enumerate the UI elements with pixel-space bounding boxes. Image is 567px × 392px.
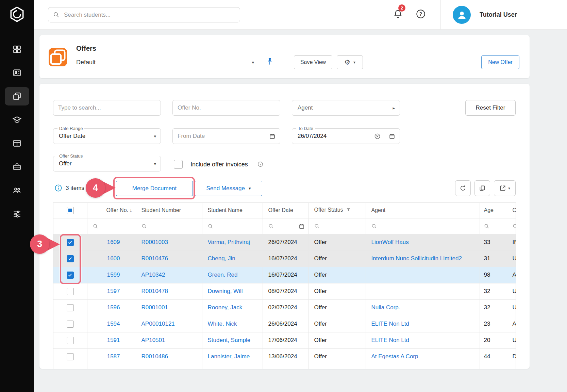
agent-link[interactable]: LionWolf Haus [371,239,409,245]
date-range-select[interactable]: Date Range Offer Date ▾ [53,128,161,144]
table-row[interactable]: 1597 R0010478 Downing, Will 08/07/2024 O… [53,283,516,299]
agent-link[interactable]: ELITE Non Ltd [371,337,410,343]
student-name-link[interactable]: Rooney, Jack [208,304,243,311]
sidebar-item-settings[interactable] [5,205,29,223]
send-message-button[interactable]: Send Message ▾ [195,181,262,196]
offer-no-field[interactable] [172,100,280,116]
offer-no-link[interactable]: 1596 [107,304,120,311]
offer-no-link[interactable]: 1599 [107,272,120,278]
filter-funnel-icon[interactable] [346,207,351,214]
offer-no-link[interactable]: 1609 [107,239,120,245]
table-row[interactable]: 1594 AP00010121 White, Nick 26/06/2024 O… [53,316,516,332]
offer-no-link[interactable]: 1591 [107,337,120,343]
user-name[interactable]: Tutorial User [480,0,517,30]
row-checkbox[interactable] [67,353,74,360]
refresh-button[interactable] [455,180,471,196]
student-number-link[interactable]: R0001003 [141,239,168,245]
app-logo-icon[interactable] [9,6,26,23]
reset-filter-button[interactable]: Reset Filter [465,100,516,116]
offer-no-link[interactable]: 1587 [107,353,120,360]
table-row[interactable]: 1587 R0010486 Lannister, Jaime 13/06/202… [53,348,516,365]
help-button[interactable]: ? [416,9,426,19]
grid-search-field[interactable] [53,100,161,116]
offer-no-link[interactable]: 1594 [107,321,120,327]
table-row[interactable]: 1596 R0001001 Rooney, Jack 02/07/2024 Of… [53,299,516,316]
student-number-link[interactable]: R0010476 [141,255,168,262]
student-number-link[interactable]: R0001001 [141,304,168,311]
row-checkbox[interactable] [67,321,74,328]
from-date-input[interactable] [173,129,280,144]
grid-search-input[interactable] [53,100,161,115]
row-checkbox[interactable] [67,304,74,311]
calendar-icon[interactable] [299,223,305,229]
student-number-link[interactable]: R0010478 [141,288,168,294]
student-name-link[interactable]: Lannister, Jaime [208,353,250,360]
export-button[interactable]: ▾ [494,180,516,196]
offer-no-link[interactable]: 1597 [107,288,120,294]
agent-link[interactable]: Interdum Nunc Sollicitudin Limited2 [371,255,462,262]
sidebar-item-services[interactable] [5,158,29,176]
column-chooser-button[interactable] [474,180,490,196]
include-invoices-checkbox[interactable] [174,160,183,169]
sidebar-item-boards[interactable] [5,134,29,152]
calendar-icon[interactable] [389,133,395,140]
filter-student-number[interactable] [136,224,202,229]
student-number-link[interactable]: AP10342 [141,272,165,278]
to-date-field[interactable]: To Date 26/07/2024 [292,128,400,144]
view-select[interactable]: Default ▾ [72,55,257,70]
col-header-student-name[interactable]: Student Name [202,203,263,218]
offer-status-select[interactable]: Offer Status Offer ▾ [53,156,161,172]
col-header-offer-date[interactable]: Offer Date [263,203,308,218]
student-number-link[interactable]: R0010486 [141,353,168,360]
filter-offer-date[interactable] [263,223,308,229]
sidebar-item-dashboard[interactable] [5,40,29,59]
student-search[interactable] [48,7,240,22]
from-date-field[interactable] [172,128,280,144]
pin-view-button[interactable] [265,57,274,66]
student-name-link[interactable]: Cheng, Jin [208,255,235,262]
filter-clipped[interactable] [507,224,516,229]
row-checkbox[interactable] [67,337,74,344]
table-row[interactable]: 1600 R0010476 Cheng, Jin 16/07/2024 Offe… [53,250,516,267]
filter-age[interactable] [480,224,507,229]
search-input[interactable] [63,11,240,19]
calendar-icon[interactable] [269,133,276,140]
col-header-age[interactable]: Age [480,203,507,218]
col-header-agent[interactable]: Agent [366,203,480,218]
sidebar-item-agents[interactable] [5,181,29,199]
filter-offer-no[interactable] [87,224,136,229]
student-name-link[interactable]: Varma, Prithviraj [208,239,250,245]
table-row[interactable]: 1599 AP10342 Green, Red 16/07/2024 Offer… [53,267,516,283]
filter-student-name[interactable] [202,224,263,229]
col-header-offer-status[interactable]: Offer Status [308,203,366,218]
student-number-link[interactable]: AP10501 [141,337,165,343]
row-checkbox[interactable] [67,288,74,295]
filter-agent[interactable] [366,224,480,229]
agent-link[interactable]: ELITE Non Ltd [371,321,410,327]
student-name-link[interactable]: Green, Red [208,272,238,278]
agent-link[interactable]: Nulla Corp. [371,304,400,311]
col-header-offer-no[interactable]: Offer No.↓ [87,203,136,218]
select-all-checkbox[interactable] [67,207,74,214]
table-row[interactable]: 1609 R0001003 Varma, Prithviraj 26/07/20… [53,234,516,250]
view-settings-button[interactable]: ⚙ ▾ [337,55,363,69]
table-row[interactable]: 1591 AP10501 Student, Sample 17/06/2024 … [53,332,516,348]
agent-link[interactable]: At Egestas A Corp. [371,353,420,360]
student-number-link[interactable]: AP00010121 [141,321,175,327]
agent-field[interactable]: Agent ▸ [292,100,400,116]
sidebar-item-offers[interactable] [5,87,29,105]
student-name-link[interactable]: Downing, Will [208,288,243,294]
save-view-button[interactable]: Save View [294,55,332,69]
clear-icon[interactable] [374,133,381,140]
user-avatar[interactable] [453,6,471,24]
offer-no-input[interactable] [173,100,280,115]
offer-no-link[interactable]: 1600 [107,255,120,262]
sidebar-item-education[interactable] [5,111,29,129]
student-name-link[interactable]: Student, Sample [208,337,251,343]
new-offer-button[interactable]: New Offer [481,55,519,69]
col-header-student-number[interactable]: Student Number [136,203,202,218]
student-name-link[interactable]: White, Nick [208,321,237,327]
col-header-clipped[interactable]: C [507,203,516,218]
filter-offer-status[interactable] [309,224,366,229]
sidebar-item-contacts[interactable] [5,64,29,82]
